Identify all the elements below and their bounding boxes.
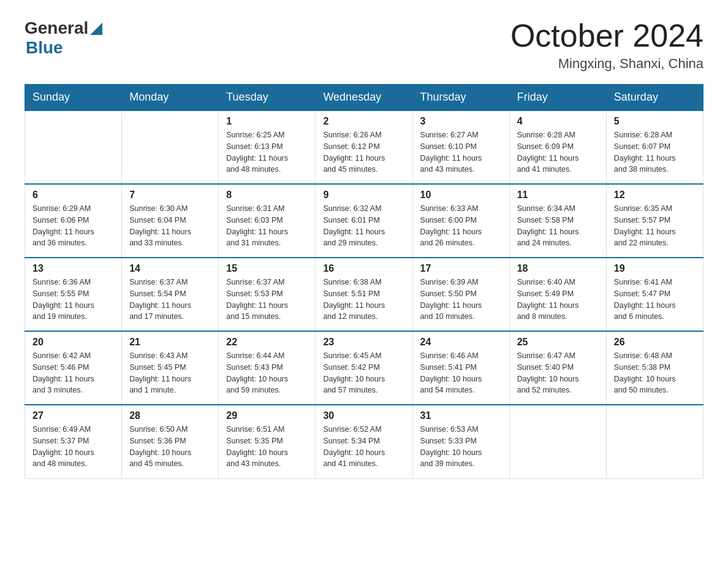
calendar-cell [509,405,606,478]
day-number: 13 [32,263,114,274]
day-number: 24 [420,337,502,348]
day-number: 28 [129,410,211,421]
logo-triangle-icon [90,23,102,37]
calendar-cell: 20Sunrise: 6:42 AMSunset: 5:46 PMDayligh… [25,331,122,405]
week-row-2: 6Sunrise: 6:29 AMSunset: 6:06 PMDaylight… [25,184,703,258]
calendar-cell: 18Sunrise: 6:40 AMSunset: 5:49 PMDayligh… [509,258,606,331]
calendar-cell: 8Sunrise: 6:31 AMSunset: 6:03 PMDaylight… [219,184,316,258]
calendar-cell: 1Sunrise: 6:25 AMSunset: 6:13 PMDaylight… [219,110,316,184]
calendar-cell: 11Sunrise: 6:34 AMSunset: 5:58 PMDayligh… [509,184,606,258]
calendar-cell: 19Sunrise: 6:41 AMSunset: 5:47 PMDayligh… [606,258,703,331]
logo-blue-text: Blue [26,38,63,57]
day-info: Sunrise: 6:48 AMSunset: 5:38 PMDaylight:… [614,350,696,396]
day-info: Sunrise: 6:27 AMSunset: 6:10 PMDaylight:… [420,129,502,175]
day-info: Sunrise: 6:43 AMSunset: 5:45 PMDaylight:… [129,350,211,396]
day-info: Sunrise: 6:25 AMSunset: 6:13 PMDaylight:… [226,129,308,175]
day-info: Sunrise: 6:28 AMSunset: 6:09 PMDaylight:… [517,129,599,175]
day-number: 25 [517,337,599,348]
day-info: Sunrise: 6:35 AMSunset: 5:57 PMDaylight:… [614,203,696,249]
day-number: 27 [32,410,114,421]
day-number: 2 [323,116,404,127]
day-number: 10 [420,190,502,201]
page-header: General Blue October 2024 Mingxing, Shan… [25,18,703,72]
day-info: Sunrise: 6:31 AMSunset: 6:03 PMDaylight:… [226,203,308,249]
calendar-cell: 14Sunrise: 6:37 AMSunset: 5:54 PMDayligh… [122,258,219,331]
day-number: 12 [614,190,696,201]
calendar-cell: 27Sunrise: 6:49 AMSunset: 5:37 PMDayligh… [25,405,122,478]
calendar-cell: 9Sunrise: 6:32 AMSunset: 6:01 PMDaylight… [316,184,412,258]
day-info: Sunrise: 6:26 AMSunset: 6:12 PMDaylight:… [323,129,404,175]
calendar-cell: 5Sunrise: 6:28 AMSunset: 6:07 PMDaylight… [606,110,703,184]
day-info: Sunrise: 6:51 AMSunset: 5:35 PMDaylight:… [226,424,308,470]
week-row-5: 27Sunrise: 6:49 AMSunset: 5:37 PMDayligh… [25,405,703,478]
calendar-cell: 3Sunrise: 6:27 AMSunset: 6:10 PMDaylight… [412,110,509,184]
calendar-header-row: SundayMondayTuesdayWednesdayThursdayFrid… [25,85,703,111]
day-number: 14 [129,263,211,274]
day-info: Sunrise: 6:33 AMSunset: 6:00 PMDaylight:… [420,203,502,249]
calendar-cell: 25Sunrise: 6:47 AMSunset: 5:40 PMDayligh… [509,331,606,405]
calendar-cell: 16Sunrise: 6:38 AMSunset: 5:51 PMDayligh… [316,258,412,331]
header-friday: Friday [509,85,606,111]
header-thursday: Thursday [412,85,509,111]
day-number: 29 [226,410,308,421]
calendar-cell [606,405,703,478]
month-year-title: October 2024 [510,18,703,53]
day-number: 26 [614,337,696,348]
day-info: Sunrise: 6:42 AMSunset: 5:46 PMDaylight:… [32,350,114,396]
logo-general-text: General [25,18,88,38]
day-info: Sunrise: 6:53 AMSunset: 5:33 PMDaylight:… [420,424,502,470]
calendar-cell: 4Sunrise: 6:28 AMSunset: 6:09 PMDaylight… [509,110,606,184]
day-number: 11 [517,190,599,201]
day-number: 21 [129,337,211,348]
day-info: Sunrise: 6:32 AMSunset: 6:01 PMDaylight:… [323,203,404,249]
header-wednesday: Wednesday [316,85,412,111]
calendar-cell: 6Sunrise: 6:29 AMSunset: 6:06 PMDaylight… [25,184,122,258]
week-row-1: 1Sunrise: 6:25 AMSunset: 6:13 PMDaylight… [25,110,703,184]
calendar-cell [122,110,219,184]
calendar-cell: 10Sunrise: 6:33 AMSunset: 6:00 PMDayligh… [412,184,509,258]
calendar-cell: 24Sunrise: 6:46 AMSunset: 5:41 PMDayligh… [412,331,509,405]
day-info: Sunrise: 6:37 AMSunset: 5:53 PMDaylight:… [226,277,308,323]
svg-marker-0 [90,23,102,35]
day-number: 8 [226,190,308,201]
day-info: Sunrise: 6:39 AMSunset: 5:50 PMDaylight:… [420,277,502,323]
calendar-cell: 17Sunrise: 6:39 AMSunset: 5:50 PMDayligh… [412,258,509,331]
day-info: Sunrise: 6:47 AMSunset: 5:40 PMDaylight:… [517,350,599,396]
calendar-cell: 23Sunrise: 6:45 AMSunset: 5:42 PMDayligh… [316,331,412,405]
day-info: Sunrise: 6:34 AMSunset: 5:58 PMDaylight:… [517,203,599,249]
week-row-4: 20Sunrise: 6:42 AMSunset: 5:46 PMDayligh… [25,331,703,405]
location-subtitle: Mingxing, Shanxi, China [510,56,703,72]
calendar-cell: 31Sunrise: 6:53 AMSunset: 5:33 PMDayligh… [412,405,509,478]
day-info: Sunrise: 6:38 AMSunset: 5:51 PMDaylight:… [323,277,404,323]
day-number: 18 [517,263,599,274]
day-number: 1 [226,116,308,127]
day-info: Sunrise: 6:44 AMSunset: 5:43 PMDaylight:… [226,350,308,396]
week-row-3: 13Sunrise: 6:36 AMSunset: 5:55 PMDayligh… [25,258,703,331]
day-number: 31 [420,410,502,421]
logo: General Blue [25,18,102,58]
day-info: Sunrise: 6:29 AMSunset: 6:06 PMDaylight:… [32,203,114,249]
day-info: Sunrise: 6:45 AMSunset: 5:42 PMDaylight:… [323,350,404,396]
day-info: Sunrise: 6:52 AMSunset: 5:34 PMDaylight:… [323,424,404,470]
day-info: Sunrise: 6:41 AMSunset: 5:47 PMDaylight:… [614,277,696,323]
day-info: Sunrise: 6:40 AMSunset: 5:49 PMDaylight:… [517,277,599,323]
day-number: 16 [323,263,404,274]
day-number: 22 [226,337,308,348]
day-number: 4 [517,116,599,127]
header-tuesday: Tuesday [219,85,316,111]
day-number: 5 [614,116,696,127]
header-monday: Monday [122,85,219,111]
calendar-table: SundayMondayTuesdayWednesdayThursdayFrid… [25,84,703,479]
title-section: October 2024 Mingxing, Shanxi, China [510,18,703,72]
day-number: 3 [420,116,502,127]
calendar-cell: 29Sunrise: 6:51 AMSunset: 5:35 PMDayligh… [219,405,316,478]
day-number: 23 [323,337,404,348]
calendar-cell: 13Sunrise: 6:36 AMSunset: 5:55 PMDayligh… [25,258,122,331]
day-info: Sunrise: 6:49 AMSunset: 5:37 PMDaylight:… [32,424,114,470]
calendar-cell: 12Sunrise: 6:35 AMSunset: 5:57 PMDayligh… [606,184,703,258]
day-info: Sunrise: 6:30 AMSunset: 6:04 PMDaylight:… [129,203,211,249]
header-saturday: Saturday [606,85,703,111]
day-number: 17 [420,263,502,274]
calendar-cell: 28Sunrise: 6:50 AMSunset: 5:36 PMDayligh… [122,405,219,478]
day-info: Sunrise: 6:46 AMSunset: 5:41 PMDaylight:… [420,350,502,396]
